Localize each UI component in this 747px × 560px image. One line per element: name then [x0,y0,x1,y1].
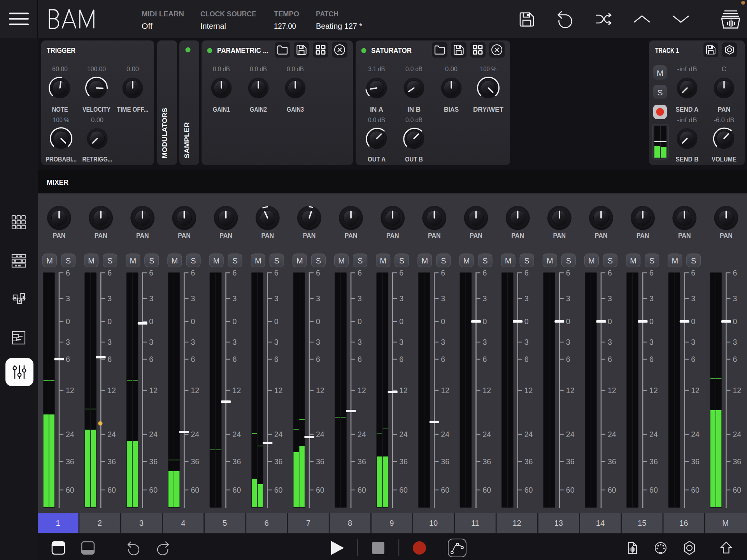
svg-text:3: 3 [566,294,570,303]
svg-text:60: 60 [149,486,158,494]
svg-text:0: 0 [66,317,70,326]
svg-text:0: 0 [149,317,153,326]
svg-text:PAN: PAN [303,232,316,239]
svg-text:6: 6 [399,355,403,363]
svg-text:M: M [463,256,470,265]
svg-text:3.1 dB: 3.1 dB [368,65,385,73]
svg-text:6: 6 [233,355,237,363]
svg-text:3: 3 [274,294,279,303]
svg-text:12: 12 [233,386,241,395]
svg-text:60: 60 [691,486,700,494]
svg-text:6: 6 [733,269,737,277]
svg-text:36: 36 [524,457,533,466]
svg-text:60: 60 [441,486,449,494]
svg-text:6: 6 [566,269,570,277]
svg-text:M: M [296,256,303,265]
svg-text:3: 3 [316,338,320,346]
svg-text:36: 36 [483,457,491,466]
svg-text:VOLUME: VOLUME [712,156,736,163]
svg-text:12: 12 [691,386,700,395]
svg-text:PAN: PAN [261,232,274,239]
svg-text:60: 60 [66,486,74,494]
svg-text:PATCH: PATCH [316,10,338,18]
svg-text:3: 3 [66,294,70,303]
svg-text:IN A: IN A [370,106,383,113]
svg-text:6: 6 [608,355,612,363]
svg-text:60: 60 [524,486,533,494]
svg-text:3: 3 [233,294,237,303]
svg-text:24: 24 [691,430,700,439]
svg-text:24: 24 [191,430,199,439]
svg-text:60: 60 [608,486,616,494]
svg-text:0: 0 [316,317,320,326]
svg-text:8: 8 [348,519,352,527]
svg-text:3: 3 [441,294,445,303]
svg-text:TIME OFF...: TIME OFF... [117,106,149,113]
svg-text:-inf dB: -inf dB [677,116,697,124]
svg-text:6: 6 [399,269,403,277]
svg-text:3: 3 [149,338,153,346]
svg-text:Internal: Internal [200,22,226,30]
svg-text:60: 60 [316,486,324,494]
svg-text:PAN: PAN [678,232,691,239]
svg-text:6: 6 [691,269,695,277]
svg-text:M: M [88,256,95,265]
svg-text:Off: Off [142,22,153,30]
svg-text:0: 0 [608,317,612,326]
svg-text:24: 24 [66,430,74,439]
svg-text:0.0 dB: 0.0 dB [368,116,385,124]
svg-text:PAN: PAN [511,232,524,239]
svg-text:GAIN1: GAIN1 [213,106,230,113]
svg-text:60: 60 [399,486,408,494]
svg-text:-6.0 dB: -6.0 dB [714,116,735,124]
svg-text:6: 6 [274,269,279,277]
svg-text:100 %: 100 % [53,116,69,124]
svg-text:M: M [547,256,553,265]
svg-text:S: S [232,256,237,265]
svg-text:3: 3 [691,294,695,303]
svg-text:16: 16 [679,519,688,527]
svg-text:BIAS: BIAS [444,106,459,113]
svg-text:6: 6 [649,355,654,363]
svg-text:36: 36 [149,457,158,466]
svg-text:RETRIGG...: RETRIGG... [82,156,112,163]
svg-text:36: 36 [649,457,658,466]
svg-text:M: M [505,256,512,265]
svg-text:36: 36 [191,457,199,466]
svg-text:PARAMETRIC ...: PARAMETRIC ... [217,46,268,54]
svg-text:3: 3 [191,338,195,346]
svg-text:M: M [588,256,595,265]
svg-text:0: 0 [441,317,445,326]
svg-text:PAN: PAN [720,232,733,239]
svg-text:36: 36 [608,457,616,466]
svg-text:6: 6 [316,355,320,363]
svg-text:36: 36 [316,457,324,466]
svg-text:36: 36 [441,457,449,466]
svg-text:12: 12 [733,386,741,395]
svg-text:13: 13 [554,519,563,527]
svg-text:MODULATORS: MODULATORS [161,108,168,158]
svg-text:MIXER: MIXER [47,178,68,186]
svg-text:3: 3 [733,338,737,346]
svg-text:3: 3 [399,338,403,346]
svg-text:60: 60 [649,486,658,494]
svg-text:6: 6 [441,269,445,277]
svg-text:PAN: PAN [53,232,66,239]
svg-text:S: S [657,88,663,97]
svg-text:S: S [524,256,529,265]
svg-text:12: 12 [399,386,408,395]
svg-text:0.0 dB: 0.0 dB [213,65,230,73]
svg-text:S: S [107,256,112,265]
svg-text:3: 3 [107,338,112,346]
svg-text:SATURATOR: SATURATOR [371,46,412,54]
svg-text:PAN: PAN [219,232,232,239]
svg-text:M: M [46,256,53,265]
svg-text:6: 6 [149,355,153,363]
svg-text:9: 9 [389,519,394,527]
svg-text:3: 3 [524,294,529,303]
svg-text:6: 6 [441,355,445,363]
svg-text:S: S [691,256,696,265]
svg-text:PAN: PAN [95,232,107,239]
svg-text:M: M [422,256,428,265]
svg-text:3: 3 [399,294,403,303]
